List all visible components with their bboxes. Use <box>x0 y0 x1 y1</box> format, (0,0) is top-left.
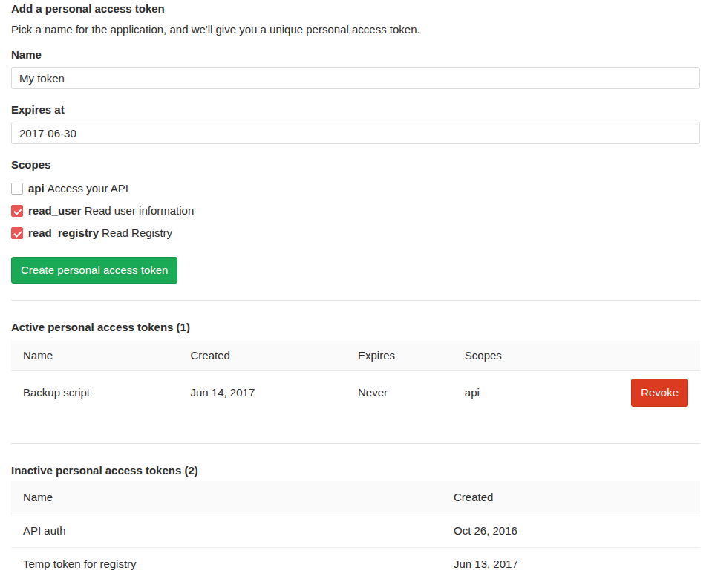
name-label: Name <box>11 48 700 62</box>
section-divider <box>11 443 700 444</box>
token-scopes-cell: api <box>453 371 604 415</box>
table-row: Backup script Jun 14, 2017 Never api Rev… <box>11 371 700 415</box>
token-name-input[interactable] <box>11 67 700 89</box>
table-row: Temp token for registry Jun 13, 2017 <box>11 548 700 581</box>
scope-name: read_user <box>28 204 82 217</box>
add-token-heading: Add a personal access token <box>11 0 700 16</box>
scope-label: read_registryRead Registry <box>28 226 172 241</box>
scope-label: apiAccess your API <box>28 181 128 196</box>
scope-name: read_registry <box>28 226 99 239</box>
scope-checkbox-read-registry[interactable] <box>11 227 23 239</box>
token-created-cell: Oct 26, 2016 <box>442 514 700 548</box>
column-header-scopes: Scopes <box>453 341 604 371</box>
token-created-cell: Jun 14, 2017 <box>179 371 347 415</box>
expires-at-label: Expires at <box>11 102 700 117</box>
token-expires-cell: Never <box>346 371 453 415</box>
active-tokens-table: Name Created Expires Scopes Backup scrip… <box>11 341 700 414</box>
token-created-cell: Jun 13, 2017 <box>442 548 700 581</box>
token-name-cell: Backup script <box>11 371 179 415</box>
column-header-created: Created <box>442 481 700 514</box>
scope-checkbox-read-user[interactable] <box>11 205 23 217</box>
personal-access-tokens-page: Add a personal access token Pick a name … <box>0 0 712 581</box>
scope-description: Read user information <box>85 204 195 217</box>
active-tokens-heading: Active personal access tokens (1) <box>11 320 700 335</box>
scope-label: read_userRead user information <box>28 203 194 218</box>
column-header-name: Name <box>11 481 442 514</box>
scope-description: Access your API <box>48 182 128 195</box>
scope-row-api: apiAccess your API <box>11 181 700 196</box>
token-action-cell: Revoke <box>604 371 700 415</box>
column-header-created: Created <box>179 341 347 371</box>
column-header-expires: Expires <box>346 341 453 371</box>
inactive-tokens-heading: Inactive personal access tokens (2) <box>11 463 700 478</box>
column-header-name: Name <box>11 341 179 371</box>
column-header-actions <box>604 341 700 371</box>
revoke-button[interactable]: Revoke <box>631 379 688 407</box>
token-name-cell: Temp token for registry <box>11 548 442 581</box>
token-name-cell: API auth <box>11 514 442 548</box>
create-token-button[interactable]: Create personal access token <box>11 257 177 284</box>
inactive-tokens-table: Name Created API auth Oct 26, 2016 Temp … <box>11 481 700 581</box>
scope-row-read-user: read_userRead user information <box>11 203 700 218</box>
table-header-row: Name Created Expires Scopes <box>11 341 700 371</box>
scopes-label: Scopes <box>11 157 700 172</box>
section-divider <box>11 300 700 301</box>
table-row: API auth Oct 26, 2016 <box>11 514 700 548</box>
table-header-row: Name Created <box>11 481 700 514</box>
scope-name: api <box>28 182 45 195</box>
scope-description: Read Registry <box>102 226 172 239</box>
scope-row-read-registry: read_registryRead Registry <box>11 226 700 241</box>
scope-checkbox-api[interactable] <box>11 183 23 195</box>
add-token-description: Pick a name for the application, and we'… <box>11 22 700 37</box>
expires-at-input[interactable] <box>11 122 700 144</box>
